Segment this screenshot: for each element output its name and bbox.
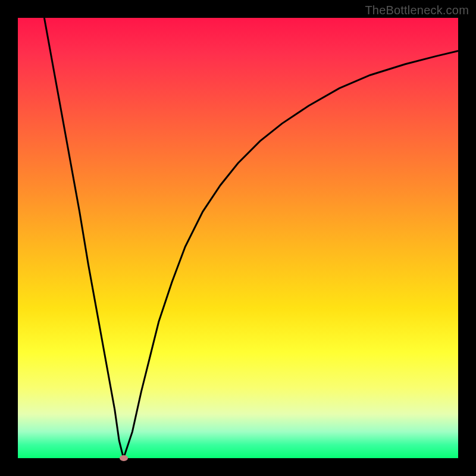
watermark-text: TheBottleneck.com	[365, 4, 469, 17]
chart-frame: TheBottleneck.com	[0, 0, 476, 476]
plot-area	[18, 18, 458, 458]
curve-path	[44, 18, 458, 458]
optimum-marker	[120, 455, 128, 461]
bottleneck-curve	[18, 18, 458, 458]
